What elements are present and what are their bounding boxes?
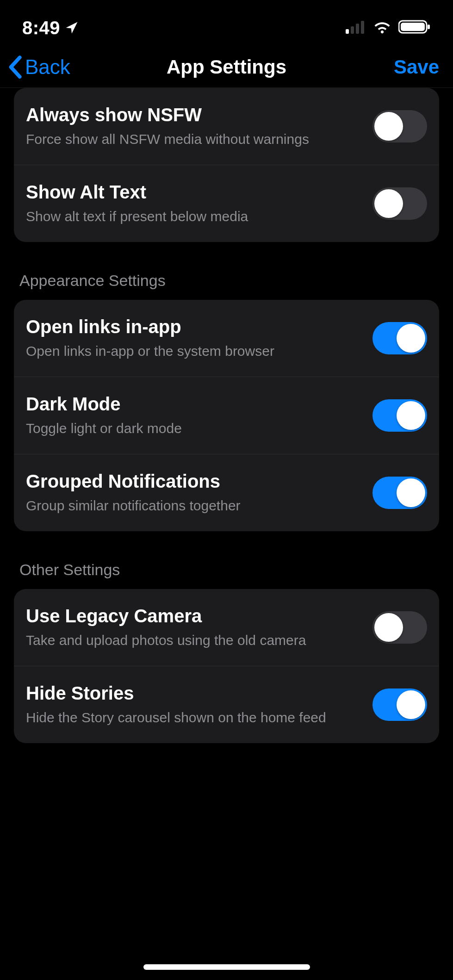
setting-row-use-legacy-camera: Use Legacy Camera Take and upload photos… [14,589,439,666]
svg-rect-1 [351,26,354,34]
setting-subtitle: Show alt text if present below media [26,207,248,225]
home-indicator[interactable] [143,964,310,970]
setting-row-dark-mode: Dark Mode Toggle light or dark mode [14,377,439,454]
settings-group-other: Use Legacy Camera Take and upload photos… [14,589,439,743]
setting-title: Grouped Notifications [26,471,241,492]
svg-rect-6 [428,25,430,29]
setting-subtitle: Toggle light or dark mode [26,419,182,437]
toggle-grouped-notifications[interactable] [372,477,427,509]
setting-row-always-show-nsfw: Always show NSFW Force show all NSFW med… [14,88,439,165]
svg-rect-2 [356,24,359,34]
back-label: Back [25,56,70,79]
location-icon [65,21,79,35]
cellular-icon [346,20,366,36]
setting-row-hide-stories: Hide Stories Hide the Story carousel sho… [14,666,439,743]
setting-subtitle: Group similar notifications together [26,496,241,515]
toggle-show-alt-text[interactable] [372,187,427,220]
svg-rect-5 [401,23,425,31]
setting-title: Dark Mode [26,394,182,415]
save-button[interactable]: Save [394,56,439,78]
nav-bar: Back App Settings Save [0,46,453,88]
setting-subtitle: Take and upload photos using the old cam… [26,631,306,649]
status-bar: 8:49 [0,0,453,46]
settings-group: Always show NSFW Force show all NSFW med… [14,88,439,242]
toggle-always-show-nsfw[interactable] [372,110,427,143]
section-header-other: Other Settings [14,531,439,589]
toggle-use-legacy-camera[interactable] [372,611,427,644]
setting-row-show-alt-text: Show Alt Text Show alt text if present b… [14,165,439,242]
svg-rect-0 [346,29,349,34]
toggle-open-links-in-app[interactable] [372,322,427,354]
setting-title: Show Alt Text [26,182,248,203]
status-time: 8:49 [22,18,60,38]
wifi-icon [372,20,392,36]
back-button[interactable]: Back [6,55,70,79]
battery-icon [398,19,431,36]
setting-title: Open links in-app [26,316,274,337]
setting-subtitle: Hide the Story carousel shown on the hom… [26,708,326,726]
setting-title: Always show NSFW [26,105,309,125]
svg-rect-3 [361,21,364,34]
toggle-dark-mode[interactable] [372,399,427,432]
chevron-left-icon [6,55,25,79]
setting-subtitle: Force show all NSFW media without warnin… [26,130,309,148]
setting-row-grouped-notifications: Grouped Notifications Group similar noti… [14,454,439,531]
setting-title: Use Legacy Camera [26,606,306,626]
section-header-appearance: Appearance Settings [14,242,439,300]
toggle-hide-stories[interactable] [372,688,427,721]
setting-title: Hide Stories [26,683,326,704]
page-title: App Settings [167,56,286,78]
settings-group-appearance: Open links in-app Open links in-app or t… [14,300,439,531]
setting-row-open-links-in-app: Open links in-app Open links in-app or t… [14,300,439,377]
setting-subtitle: Open links in-app or the system browser [26,342,274,360]
